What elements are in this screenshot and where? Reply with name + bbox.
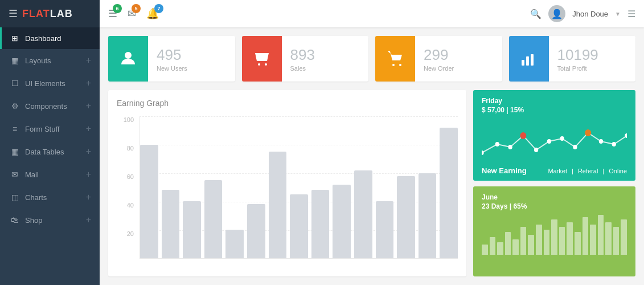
svg-point-16 [585, 129, 591, 136]
expand-icon: + [86, 124, 91, 134]
sidebar-item-label: Components [25, 102, 67, 111]
mini-bar [551, 219, 557, 254]
sidebar-item-label: Dashboard [25, 34, 61, 43]
svg-rect-5 [522, 60, 524, 66]
chart-bar [440, 128, 458, 258]
header-menu-icon[interactable]: ☰ [627, 9, 635, 19]
menu-icon-wrap[interactable]: ☰ 6 [108, 7, 117, 20]
sidebar-item-layouts[interactable]: ▦ Layouts + [0, 49, 100, 72]
expand-icon: + [86, 215, 91, 225]
mail-icon: ✉ [10, 170, 19, 179]
stat-info-sales: 893 Sales [282, 40, 323, 78]
svg-point-12 [534, 148, 538, 152]
panel-value: $ 57,00 | 15% [482, 106, 627, 114]
mini-bar [613, 227, 620, 254]
sidebar-item-shop[interactable]: 🛍 Shop + [0, 209, 100, 231]
sidebar-item-dashboard[interactable]: ⊞ Dashboard [0, 27, 100, 49]
mini-bar [621, 219, 627, 254]
svg-point-0 [125, 52, 132, 59]
svg-point-2 [265, 63, 267, 66]
shop-icon: 🛍 [10, 215, 19, 225]
chart-bar [225, 230, 244, 258]
avatar: 👤 [548, 5, 565, 22]
mail-icon-wrap[interactable]: ✉ 5 [128, 7, 136, 20]
user-name[interactable]: Jhon Doue [572, 10, 608, 18]
stat-icon-orders [375, 36, 415, 82]
panel-june: June 23 Days | 65% [473, 186, 635, 277]
chart-bar [162, 190, 180, 258]
sidebar-item-label: UI Elements [25, 79, 65, 88]
menu-hamburger-icon[interactable]: ☰ [9, 7, 18, 20]
stat-label-orders: New Order [424, 65, 454, 72]
y-label: 80 [117, 145, 134, 152]
sidebar: ☰ FLATLAB ⊞ Dashboard ▦ Layouts + ☐ UI E… [0, 0, 100, 285]
panel-link-market[interactable]: Market [548, 168, 567, 174]
sidebar-item-form-stuff[interactable]: ≡ Form Stuff + [0, 117, 100, 140]
chart-y-labels: 100 80 60 40 20 [117, 116, 137, 259]
bell-badge: 7 [154, 4, 163, 13]
mini-bars [482, 215, 627, 255]
sidebar-item-label: Charts [25, 193, 47, 202]
stat-icon-profit [509, 36, 549, 82]
sidebar-item-components[interactable]: ⚙ Components + [0, 95, 100, 117]
chart-bar [247, 204, 265, 258]
expand-icon: + [86, 146, 91, 157]
user-dropdown-icon[interactable]: ▼ [615, 11, 621, 17]
y-label: 60 [117, 173, 134, 180]
mini-bar [598, 215, 604, 255]
chart-bar [333, 185, 351, 258]
mini-bar [490, 237, 496, 255]
main-content: ☰ 6 ✉ 5 🔔 7 🔍 👤 Jhon Doue ▼ ☰ [100, 0, 644, 285]
sidebar-item-charts[interactable]: ◫ Charts + [0, 186, 100, 209]
stats-row: 495 New Users 893 Sales [108, 36, 635, 82]
svg-point-14 [560, 136, 564, 141]
stat-number-profit: 10199 [557, 46, 598, 64]
content-area: 495 New Users 893 Sales [100, 27, 644, 285]
layouts-icon: ▦ [10, 56, 19, 65]
sidebar-item-mail[interactable]: ✉ Mail + [0, 163, 100, 186]
svg-point-15 [573, 145, 577, 149]
stat-icon-sales [242, 36, 282, 82]
panel-link-online[interactable]: Online [602, 168, 627, 174]
stat-label-sales: Sales [290, 65, 315, 72]
mini-bar [520, 227, 527, 254]
chart-area: 100 80 60 40 20 [117, 116, 458, 259]
y-label: 20 [117, 230, 134, 237]
y-label: 100 [117, 116, 134, 123]
svg-point-10 [508, 145, 512, 149]
panel-day-label: Friday [482, 97, 627, 105]
stat-number-users: 495 [157, 46, 187, 64]
stat-card-users: 495 New Users [108, 36, 235, 82]
expand-icon: + [86, 55, 91, 66]
y-label: 40 [117, 202, 134, 209]
expand-icon: + [86, 78, 91, 88]
search-icon[interactable]: 🔍 [530, 9, 542, 19]
chart-bar [140, 145, 158, 258]
panel-links: Market Referal Online [548, 168, 627, 174]
mini-bar [528, 235, 534, 255]
chart-bar [311, 190, 330, 258]
mini-bar [505, 232, 511, 254]
expand-icon: + [86, 169, 91, 180]
svg-point-4 [399, 64, 401, 66]
chart-bar [290, 194, 308, 258]
chart-bar [183, 201, 201, 258]
panel-line-chart [482, 119, 627, 164]
data-tables-icon: ▦ [10, 147, 19, 156]
stat-label-users: New Users [157, 65, 187, 72]
panel-link-referal[interactable]: Referal [572, 168, 598, 174]
stat-icon-users [108, 36, 148, 82]
chart-bar [376, 201, 394, 258]
mini-bar [544, 230, 550, 255]
sidebar-item-ui-elements[interactable]: ☐ UI Elements + [0, 72, 100, 95]
sidebar-item-label: Mail [25, 170, 39, 179]
panel-earning: Friday $ 57,00 | 15% [473, 90, 635, 181]
mini-bar [605, 222, 612, 255]
stat-number-sales: 893 [290, 46, 315, 64]
mini-bar [567, 222, 573, 255]
svg-point-17 [599, 139, 603, 144]
bell-icon-wrap[interactable]: 🔔 7 [146, 7, 159, 20]
menu-badge: 6 [113, 4, 122, 13]
sidebar-item-data-tables[interactable]: ▦ Data Tables + [0, 140, 100, 163]
right-panels: Friday $ 57,00 | 15% [473, 90, 635, 276]
